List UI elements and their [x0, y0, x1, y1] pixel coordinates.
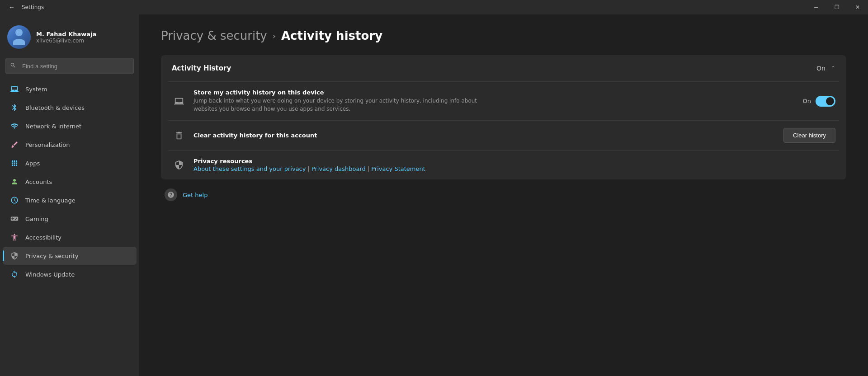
- nav-list: System Bluetooth & devices Network & int…: [0, 80, 139, 289]
- store-activity-toggle[interactable]: [816, 96, 835, 107]
- sidebar-item-accessibility[interactable]: Accessibility: [3, 228, 137, 246]
- search-container: [0, 58, 139, 80]
- store-activity-desc: Jump back into what you were doing on yo…: [193, 97, 501, 113]
- monitor-icon: [172, 94, 186, 108]
- sidebar-item-network-label: Network & internet: [25, 123, 81, 130]
- about-settings-link[interactable]: About these settings and your privacy: [193, 165, 306, 172]
- privacy-links: About these settings and your privacy | …: [193, 165, 425, 172]
- sidebar-item-bluetooth[interactable]: Bluetooth & devices: [3, 99, 137, 117]
- titlebar-controls: ─ ❐ ✕: [806, 0, 868, 14]
- search-input[interactable]: [5, 58, 134, 74]
- activity-history-card: Activity History On ⌃ Store my activity …: [161, 55, 846, 179]
- close-button[interactable]: ✕: [847, 0, 868, 14]
- sidebar-item-gaming-label: Gaming: [25, 216, 48, 222]
- app-body: M. Fahad Khawaja xlive65@live.com System: [0, 14, 868, 376]
- sidebar-item-gaming[interactable]: Gaming: [3, 210, 137, 228]
- link-sep-2: |: [368, 165, 369, 172]
- main-content: Privacy & security › Activity history Ac…: [139, 14, 868, 376]
- back-button[interactable]: ←: [5, 1, 18, 14]
- update-icon: [10, 270, 19, 279]
- privacy-statement-link[interactable]: Privacy Statement: [371, 165, 425, 172]
- sidebar-item-apps[interactable]: Apps: [3, 154, 137, 172]
- privacy-resources-row: Privacy resources About these settings a…: [161, 150, 846, 179]
- sidebar-item-apps-label: Apps: [25, 160, 40, 167]
- sidebar-item-bluetooth-label: Bluetooth & devices: [25, 104, 85, 111]
- clear-history-title: Clear activity history for this account: [193, 132, 317, 139]
- privacy-icon: [10, 251, 19, 260]
- search-icon: [10, 62, 16, 70]
- breadcrumb: Privacy & security › Activity history: [161, 29, 846, 42]
- link-sep-1: |: [307, 165, 309, 172]
- titlebar: ← Settings ─ ❐ ✕: [0, 0, 868, 14]
- breadcrumb-separator: ›: [273, 31, 276, 41]
- sidebar-item-update[interactable]: Windows Update: [3, 265, 137, 283]
- get-help-icon: [165, 188, 177, 201]
- sidebar-item-system-label: System: [25, 86, 47, 93]
- store-activity-row: Store my activity history on this device…: [161, 82, 846, 120]
- store-activity-left: Store my activity history on this device…: [172, 89, 803, 113]
- sidebar-item-system[interactable]: System: [3, 80, 137, 98]
- titlebar-left: ← Settings: [5, 1, 44, 14]
- avatar: [7, 25, 31, 49]
- activity-history-header-right: On ⌃: [816, 65, 835, 72]
- sidebar-item-privacy-label: Privacy & security: [25, 253, 78, 259]
- privacy-resources-text: Privacy resources About these settings a…: [193, 158, 425, 172]
- sidebar-item-personalization[interactable]: Personalization: [3, 136, 137, 154]
- get-help-row: Get help: [161, 188, 846, 201]
- sidebar-item-update-label: Windows Update: [25, 271, 75, 278]
- personalization-icon: [10, 140, 19, 149]
- sidebar-item-time[interactable]: Time & language: [3, 191, 137, 209]
- user-email: xlive65@live.com: [36, 38, 96, 44]
- sidebar-item-accounts[interactable]: Accounts: [3, 173, 137, 191]
- user-name: M. Fahad Khawaja: [36, 31, 96, 38]
- toggle-on-label: On: [803, 98, 811, 104]
- sidebar-item-network[interactable]: Network & internet: [3, 117, 137, 135]
- activity-history-header[interactable]: Activity History On ⌃: [161, 55, 846, 81]
- sidebar: M. Fahad Khawaja xlive65@live.com System: [0, 14, 139, 376]
- apps-icon: [10, 159, 19, 168]
- privacy-dashboard-link[interactable]: Privacy dashboard: [311, 165, 366, 172]
- clear-history-row: Clear activity history for this account …: [161, 121, 846, 150]
- sidebar-item-time-label: Time & language: [25, 197, 75, 204]
- restore-button[interactable]: ❐: [826, 0, 847, 14]
- user-profile[interactable]: M. Fahad Khawaja xlive65@live.com: [0, 20, 139, 58]
- time-icon: [10, 196, 19, 205]
- breadcrumb-parent[interactable]: Privacy & security: [161, 29, 267, 42]
- sidebar-item-privacy[interactable]: Privacy & security: [3, 247, 137, 265]
- privacy-resources-left: Privacy resources About these settings a…: [172, 158, 835, 172]
- user-info: M. Fahad Khawaja xlive65@live.com: [36, 31, 96, 44]
- activity-history-status: On: [816, 65, 826, 72]
- privacy-resources-title: Privacy resources: [193, 158, 425, 164]
- sidebar-item-accessibility-label: Accessibility: [25, 234, 61, 241]
- gaming-icon: [10, 214, 19, 223]
- accessibility-icon: [10, 233, 19, 242]
- minimize-button[interactable]: ─: [806, 0, 826, 14]
- chevron-up-icon: ⌃: [831, 65, 835, 71]
- clear-history-button[interactable]: Clear history: [783, 128, 835, 143]
- bluetooth-icon: [10, 103, 19, 112]
- breadcrumb-current: Activity history: [281, 29, 382, 42]
- store-activity-text: Store my activity history on this device…: [193, 89, 501, 113]
- get-help-link[interactable]: Get help: [183, 192, 208, 198]
- activity-history-title: Activity History: [172, 64, 231, 72]
- shield-icon: [172, 158, 186, 172]
- trash-icon: [172, 128, 186, 143]
- clear-history-left: Clear activity history for this account: [172, 128, 783, 143]
- network-icon: [10, 122, 19, 131]
- store-activity-toggle-container: On: [803, 96, 835, 107]
- accounts-icon: [10, 177, 19, 186]
- search-wrapper: [5, 58, 134, 74]
- system-icon: [10, 85, 19, 94]
- titlebar-title: Settings: [22, 4, 44, 10]
- sidebar-item-personalization-label: Personalization: [25, 141, 70, 148]
- store-activity-title: Store my activity history on this device: [193, 89, 501, 96]
- sidebar-item-accounts-label: Accounts: [25, 179, 52, 185]
